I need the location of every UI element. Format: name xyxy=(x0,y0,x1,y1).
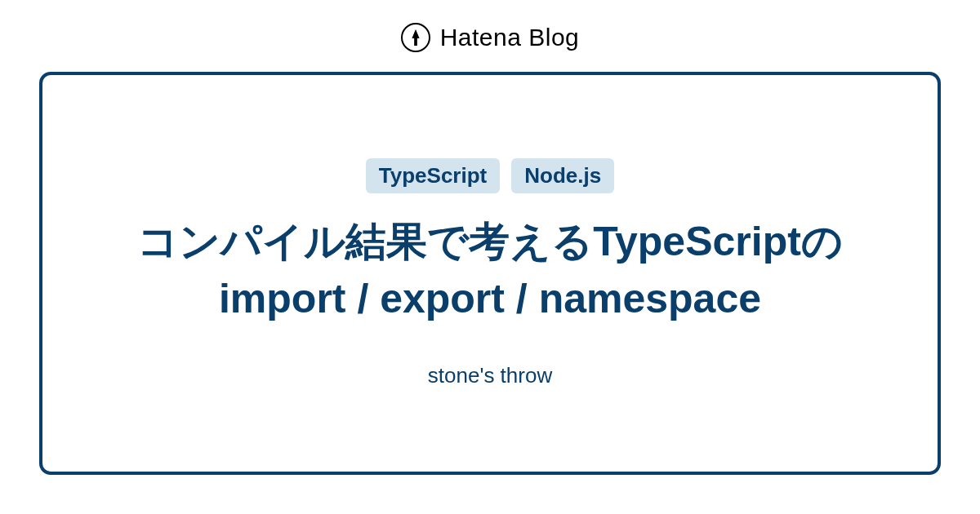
tag-list: TypeScript Node.js xyxy=(366,158,614,193)
article-title: コンパイル結果で考えるTypeScriptのimport / export / … xyxy=(122,213,858,327)
logo-text: Hatena Blog xyxy=(440,24,580,51)
article-card: TypeScript Node.js コンパイル結果で考えるTypeScript… xyxy=(39,72,941,475)
hatena-logo-icon xyxy=(401,23,430,52)
blog-name: stone's throw xyxy=(428,363,552,388)
tag-item[interactable]: TypeScript xyxy=(366,158,500,193)
header: Hatena Blog xyxy=(0,0,980,72)
tag-item[interactable]: Node.js xyxy=(511,158,614,193)
